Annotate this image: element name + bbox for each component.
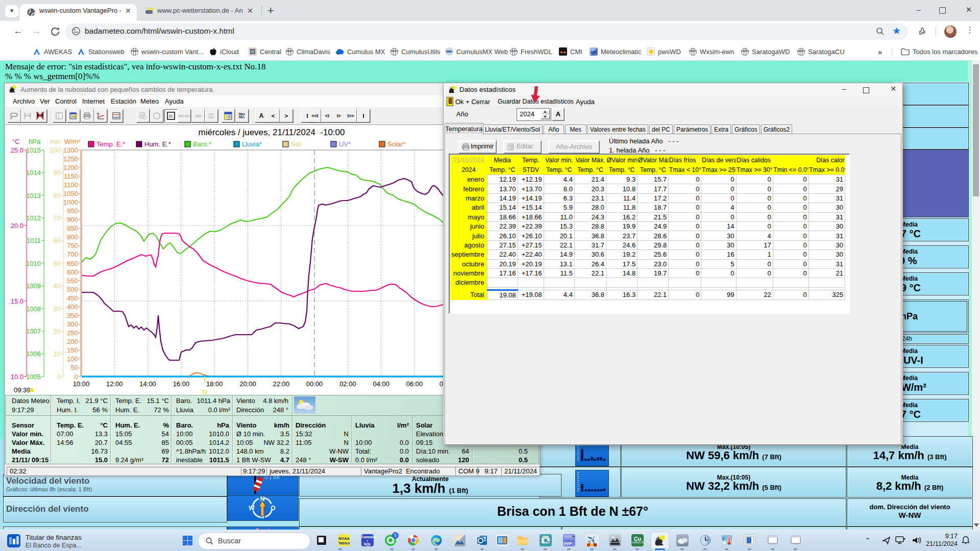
svg-text:1250: 1250 bbox=[63, 155, 78, 163]
svg-text:200: 200 bbox=[67, 338, 78, 345]
svg-text:1012: 1012 bbox=[26, 214, 41, 222]
svg-text:06:00: 06:00 bbox=[406, 380, 423, 388]
svg-text:30: 30 bbox=[54, 305, 61, 313]
svg-text:W/m²: W/m² bbox=[64, 138, 81, 145]
svg-text:1010: 1010 bbox=[26, 260, 41, 267]
svg-text:1009: 1009 bbox=[26, 282, 41, 290]
svg-text:●: ● bbox=[903, 537, 905, 540]
svg-text:16:00: 16:00 bbox=[173, 380, 190, 388]
svg-text:350: 350 bbox=[67, 312, 78, 319]
svg-text:900: 900 bbox=[67, 216, 78, 223]
svg-text:hPa: hPa bbox=[29, 138, 41, 145]
svg-text:80: 80 bbox=[54, 192, 61, 199]
svg-text:850: 850 bbox=[67, 224, 78, 232]
svg-text:800: 800 bbox=[67, 233, 78, 241]
svg-text:1150: 1150 bbox=[64, 172, 78, 180]
svg-text:12:00: 12:00 bbox=[106, 380, 123, 388]
svg-text:0: 0 bbox=[75, 373, 78, 381]
svg-text:1006: 1006 bbox=[26, 350, 41, 358]
svg-text:1300: 1300 bbox=[63, 146, 78, 154]
svg-text:31.: 31. bbox=[168, 114, 174, 118]
svg-text:70: 70 bbox=[54, 214, 61, 222]
svg-text:Temp. E.*: Temp. E.* bbox=[96, 140, 125, 148]
svg-text:25.0: 25.0 bbox=[11, 146, 23, 154]
svg-text:150: 150 bbox=[67, 346, 78, 354]
svg-text:100: 100 bbox=[67, 355, 78, 363]
svg-text:0: 0 bbox=[57, 373, 61, 381]
svg-text:miércoles / jueves, 21/11/2024: miércoles / jueves, 21/11/2024 -10:00 bbox=[199, 128, 345, 137]
svg-text:Sol: Sol bbox=[291, 140, 301, 148]
svg-text:min: min bbox=[50, 138, 61, 145]
svg-text:90: 90 bbox=[54, 169, 61, 177]
svg-text:450: 450 bbox=[67, 294, 78, 302]
svg-text:04:00: 04:00 bbox=[373, 380, 389, 388]
svg-text:15.0: 15.0 bbox=[11, 297, 23, 305]
svg-text:1100: 1100 bbox=[64, 181, 78, 189]
svg-text:22:00: 22:00 bbox=[273, 380, 290, 388]
svg-text:1013: 1013 bbox=[26, 192, 41, 199]
svg-text:Solar*: Solar* bbox=[387, 140, 405, 148]
svg-text:20: 20 bbox=[54, 328, 61, 335]
svg-text:10: 10 bbox=[54, 350, 61, 358]
svg-text:50: 50 bbox=[54, 260, 61, 267]
svg-text:°C: °C bbox=[12, 138, 20, 145]
svg-text:1005: 1005 bbox=[26, 373, 41, 381]
svg-text:650: 650 bbox=[67, 260, 78, 267]
svg-text:700: 700 bbox=[67, 251, 78, 258]
svg-text:40: 40 bbox=[54, 282, 61, 290]
svg-text:10.0: 10.0 bbox=[11, 373, 23, 381]
svg-text:50: 50 bbox=[71, 364, 78, 371]
svg-text:18:00: 18:00 bbox=[206, 380, 223, 388]
svg-text:O: O bbox=[271, 505, 275, 512]
svg-text:950: 950 bbox=[67, 207, 78, 215]
svg-text:20:00: 20:00 bbox=[239, 380, 256, 388]
svg-text:UV*: UV* bbox=[339, 140, 351, 148]
svg-text:1015: 1015 bbox=[26, 146, 41, 154]
svg-text:250: 250 bbox=[67, 329, 78, 337]
svg-text:750: 750 bbox=[67, 242, 78, 249]
svg-text:02:00: 02:00 bbox=[339, 380, 356, 388]
svg-text:09:39: 09:39 bbox=[14, 386, 31, 394]
svg-text:500: 500 bbox=[67, 286, 78, 293]
svg-text:1014: 1014 bbox=[26, 169, 41, 177]
svg-text:100: 100 bbox=[50, 146, 61, 154]
svg-text:1200: 1200 bbox=[63, 164, 78, 171]
svg-text:1000: 1000 bbox=[63, 198, 78, 206]
svg-text:600: 600 bbox=[67, 268, 78, 276]
svg-text:1007: 1007 bbox=[26, 328, 41, 335]
svg-text:300: 300 bbox=[67, 320, 78, 328]
svg-text:T: T bbox=[58, 116, 59, 119]
svg-text:W: W bbox=[249, 505, 255, 512]
svg-text:10:00: 10:00 bbox=[73, 380, 90, 388]
svg-text:60: 60 bbox=[54, 237, 61, 244]
svg-text:00:00: 00:00 bbox=[306, 380, 323, 388]
svg-text:1050: 1050 bbox=[63, 190, 78, 197]
svg-text:Lluvia*: Lluvia* bbox=[242, 140, 262, 148]
svg-text:20.0: 20.0 bbox=[11, 222, 23, 230]
svg-text:Hum. E.*: Hum. E.* bbox=[144, 140, 171, 148]
svg-text:1011: 1011 bbox=[27, 237, 41, 244]
svg-text:Baro.*: Baro.* bbox=[193, 140, 211, 148]
svg-text:14:00: 14:00 bbox=[139, 380, 156, 388]
svg-text:1008: 1008 bbox=[26, 305, 41, 313]
svg-text:°C: °C bbox=[96, 112, 100, 115]
svg-text:400: 400 bbox=[67, 303, 78, 311]
svg-text:550: 550 bbox=[67, 277, 78, 285]
